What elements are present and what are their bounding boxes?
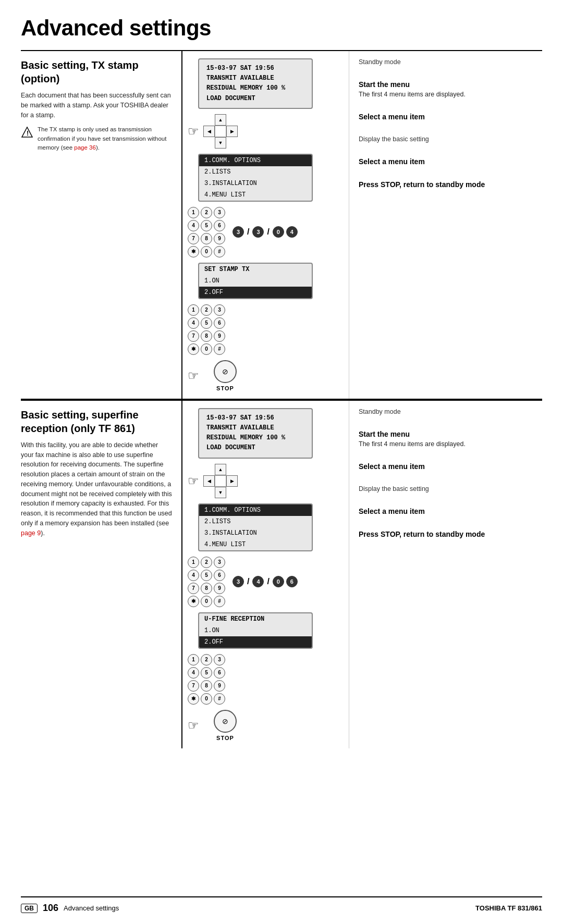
section2-left: Basic setting, superfine reception (only…	[21, 401, 182, 748]
stop-label-2: STOP	[216, 735, 234, 741]
section1-menu-item3: 3.INSTALLATION	[199, 178, 312, 189]
section1-step-select1-title: Select a menu item	[359, 113, 533, 121]
s2-key-8: 8	[201, 583, 212, 594]
key2-hash: #	[214, 343, 225, 355]
section2-ufine-menu: U-FINE RECEPTION 1.ON 2.OFF	[198, 612, 313, 649]
s2-key2-5: 5	[201, 667, 212, 679]
section2-step-start-desc: The first 4 menu items are displayed.	[359, 440, 533, 448]
s2-key2-8: 8	[201, 680, 212, 692]
section2-right: Standby mode Start the menu The first 4 …	[349, 401, 542, 748]
page-title: Advanced settings	[21, 16, 542, 41]
section2-step-start-title: Start the menu	[359, 430, 533, 438]
section2-keypad: 1 2 3 4 5 6 7 8 9	[188, 557, 225, 607]
s2-key2-7: 7	[188, 680, 199, 692]
nav-left-1[interactable]: ◀	[203, 126, 215, 137]
key-6: 6	[214, 220, 225, 231]
s2-key-3: 3	[214, 557, 225, 568]
key2-5: 5	[201, 317, 212, 329]
key-1: 1	[188, 207, 199, 218]
s2-key-star: ✱	[188, 596, 199, 607]
section1-right: Standby mode Start the menu The first 4 …	[349, 51, 542, 399]
nav-right-2[interactable]: ▶	[226, 475, 238, 487]
section1-menu-item4: 4.MENU LIST	[199, 189, 312, 201]
s2-code-key-6: 6	[286, 576, 298, 587]
section2-nav-row: ☞ ▲ ◀ ▶	[188, 464, 344, 498]
footer-section-name: Advanced settings	[64, 904, 119, 912]
key2-4: 4	[188, 317, 199, 329]
section2-title: Basic setting, superfine reception (only…	[21, 408, 172, 435]
section1-keypad-row2: 1 2 3 4 5 6 7 8 9	[188, 304, 225, 355]
key-2: 2	[201, 207, 212, 218]
section1-body: Each document that has been successfully…	[21, 91, 172, 120]
key2-3: 3	[214, 304, 225, 316]
s2-key2-4: 4	[188, 667, 199, 679]
section1-stamp-menu: SET STAMP TX 1.ON 2.OFF	[198, 263, 313, 299]
key-8: 8	[201, 233, 212, 244]
section1-page-link[interactable]: page 36	[74, 144, 96, 151]
section2-step-stop-title: Press STOP, return to standby mode	[359, 530, 533, 538]
section2-menu: 1.COMM. OPTIONS 2.LISTS 3.INSTALLATION 4…	[198, 503, 313, 551]
nav-center-2	[215, 475, 226, 487]
stop-label-1: STOP	[216, 385, 234, 391]
section1-nav-row: ☞ ▲ ◀ ▶	[188, 114, 344, 149]
nav-arrows-1[interactable]: ▲ ◀ ▶ ▼	[203, 114, 238, 149]
s2-key2-3: 3	[214, 654, 225, 666]
key-9: 9	[214, 233, 225, 244]
ufine-menu-title: U-FINE RECEPTION	[199, 613, 312, 625]
key2-star: ✱	[188, 343, 199, 355]
section1-keypad-row: 1 2 3 4 5 6 7 8 9	[188, 207, 298, 257]
section1-center: 15-03-97 SAT 19:56 TRANSMIT AVAILABLE RE…	[182, 51, 349, 399]
section2-standby: Standby mode	[359, 408, 533, 415]
section2-page-link[interactable]: page 9	[21, 529, 41, 537]
footer-model: TOSHIBA TF 831/861	[475, 904, 542, 912]
s2-key2-1: 1	[188, 654, 199, 666]
section2-menu-item1: 1.COMM. OPTIONS	[199, 504, 312, 516]
nav-down-2[interactable]: ▼	[215, 487, 226, 498]
nav-center-1	[215, 126, 226, 137]
section1-step-stop-title: Press STOP, return to standby mode	[359, 180, 533, 189]
section1-step-select1: Select a menu item	[359, 113, 533, 121]
s2-code-key-0: 0	[273, 576, 284, 587]
stop-button-2[interactable]: ⊘	[214, 710, 237, 733]
stamp-menu-on: 1.ON	[199, 275, 312, 287]
nav-up-1[interactable]: ▲	[215, 114, 226, 126]
nav-left-2[interactable]: ◀	[203, 475, 215, 487]
key2-9: 9	[214, 330, 225, 342]
section-2: Basic setting, superfine reception (only…	[21, 401, 542, 748]
nav-down-1[interactable]: ▼	[215, 137, 226, 149]
section1-menu-item1: 1.COMM. OPTIONS	[199, 155, 312, 166]
section1-left: Basic setting, TX stamp (option) Each do…	[21, 51, 182, 399]
code-key-0a: 0	[273, 226, 284, 238]
section1-step-select2: Select a menu item	[359, 157, 533, 166]
s2-code-key-4: 4	[252, 576, 264, 587]
code-key-3b: 3	[252, 226, 264, 238]
section2-keypad-row: 1 2 3 4 5 6 7 8 9	[188, 557, 298, 607]
ufine-menu-on: 1.ON	[199, 625, 312, 636]
key-5: 5	[201, 220, 212, 231]
section2-body: With this facility, you are able to deci…	[21, 440, 172, 538]
s2-key-0: 0	[201, 596, 212, 607]
section2-center: 15-03-97 SAT 19:56 TRANSMIT AVAILABLE RE…	[182, 401, 349, 748]
s2-key-9: 9	[214, 583, 225, 594]
section1-stop-row: ☞ ⊘ STOP	[188, 360, 344, 391]
s2-key-hash: #	[214, 596, 225, 607]
nav-up-2[interactable]: ▲	[215, 464, 226, 475]
section2-step-select2: Select a menu item	[359, 507, 533, 515]
stop-button-1[interactable]: ⊘	[214, 360, 237, 383]
section2-step-select1: Select a menu item	[359, 462, 533, 471]
section2-menu-item3: 3.INSTALLATION	[199, 527, 312, 539]
footer-badge: GB	[21, 904, 38, 913]
section1-step-stop: Press STOP, return to standby mode	[359, 180, 533, 189]
nav-right-1[interactable]: ▶	[226, 126, 238, 137]
section1-display-basic: Display the basic setting	[359, 135, 533, 143]
section2-keypad-row2: 1 2 3 4 5 6 7 8 9	[188, 654, 225, 705]
key-3: 3	[214, 207, 225, 218]
s2-key2-2: 2	[201, 654, 212, 666]
key2-7: 7	[188, 330, 199, 342]
section2-keypad2: 1 2 3 4 5 6 7 8 9	[188, 654, 225, 705]
nav-arrows-2[interactable]: ▲ ◀ ▶ ▼	[203, 464, 238, 498]
section1-warning-box: ! The TX stamp is only used as transmiss…	[21, 125, 172, 152]
stamp-menu-off: 2.OFF	[199, 287, 312, 298]
hand-icon-stop-1: ☞	[188, 368, 199, 383]
key-star: ✱	[188, 246, 199, 257]
